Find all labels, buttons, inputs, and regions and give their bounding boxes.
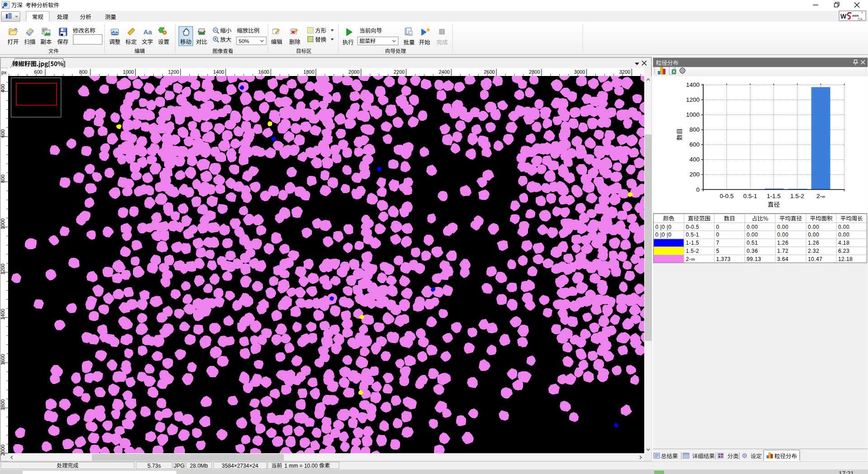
svg-text:0.00: 0.00 — [747, 232, 758, 238]
svg-text:1600: 1600 — [258, 69, 269, 75]
svg-text:0.36: 0.36 — [747, 248, 758, 254]
svg-text:400: 400 — [0, 84, 5, 92]
svg-text:600: 600 — [34, 69, 42, 75]
svg-text:12: 12 — [409, 32, 412, 36]
svg-text:800: 800 — [0, 175, 5, 183]
svg-text:1.26: 1.26 — [808, 240, 819, 246]
svg-text:0-0.5: 0-0.5 — [720, 193, 734, 199]
svg-text:0: 0 — [716, 232, 719, 238]
svg-text:6.23: 6.23 — [838, 248, 849, 254]
svg-text:1400: 1400 — [686, 81, 699, 88]
svg-text:400: 400 — [689, 156, 700, 163]
svg-text:2200: 2200 — [394, 69, 405, 75]
svg-text:3000: 3000 — [574, 69, 585, 75]
svg-text:1.5-2: 1.5-2 — [790, 193, 804, 199]
svg-text:99.13: 99.13 — [747, 256, 761, 262]
svg-text:1400: 1400 — [0, 309, 5, 320]
svg-text:2600: 2600 — [484, 69, 495, 75]
svg-text:4.18: 4.18 — [838, 240, 849, 246]
svg-text:0.00: 0.00 — [838, 224, 849, 230]
svg-text:1,373: 1,373 — [716, 256, 731, 262]
svg-text:1200: 1200 — [0, 264, 5, 275]
svg-text:1000: 1000 — [686, 111, 699, 118]
svg-text:1800: 1800 — [303, 69, 314, 75]
svg-text:7: 7 — [716, 240, 719, 246]
svg-text:600: 600 — [0, 129, 5, 137]
svg-text:2000: 2000 — [0, 445, 5, 455]
svg-text:5: 5 — [716, 248, 719, 254]
svg-text:0.00: 0.00 — [808, 232, 819, 238]
svg-text:1.5-2: 1.5-2 — [686, 248, 699, 254]
svg-text:17:21: 17:21 — [839, 470, 854, 474]
svg-text:0.5-1: 0.5-1 — [743, 193, 757, 199]
svg-text:3200: 3200 — [619, 69, 630, 75]
svg-text:een: een — [853, 14, 859, 18]
svg-text:1000: 1000 — [123, 69, 134, 75]
svg-text:5.73s: 5.73s — [147, 463, 160, 469]
svg-text:1000: 1000 — [0, 218, 5, 229]
svg-text:0.00: 0.00 — [747, 224, 758, 230]
svg-text:1600: 1600 — [0, 354, 5, 365]
svg-text:0: 0 — [696, 186, 700, 193]
svg-text:0 |0 |0: 0 |0 |0 — [656, 232, 672, 238]
svg-text:0.5-1: 0.5-1 — [686, 232, 699, 238]
svg-text:0-0.5: 0-0.5 — [686, 224, 699, 230]
svg-text:10.47: 10.47 — [808, 256, 822, 262]
svg-text:0.00: 0.00 — [777, 232, 788, 238]
svg-text:2.32: 2.32 — [808, 248, 819, 254]
svg-text:600: 600 — [689, 141, 700, 148]
svg-text:1800: 1800 — [0, 399, 5, 410]
svg-text:1200: 1200 — [686, 96, 699, 103]
svg-text:0.00: 0.00 — [838, 232, 849, 238]
svg-text:2-∞: 2-∞ — [686, 256, 695, 262]
svg-text:0 |0 |0: 0 |0 |0 — [656, 224, 672, 230]
svg-text:1 mm = 10.00: 1 mm = 10.00 — [284, 463, 318, 469]
svg-text:JPG: JPG — [174, 463, 184, 469]
svg-text:W: W — [840, 13, 847, 20]
svg-text:800: 800 — [79, 69, 87, 75]
svg-text:0.00: 0.00 — [808, 224, 819, 230]
svg-text:50%: 50% — [239, 38, 249, 44]
svg-text:1.72: 1.72 — [777, 248, 788, 254]
svg-text:2400: 2400 — [439, 69, 449, 75]
svg-text:1-1.5: 1-1.5 — [767, 193, 781, 199]
svg-text:2000: 2000 — [349, 69, 359, 75]
svg-text:Aa: Aa — [143, 28, 152, 36]
svg-text:200: 200 — [689, 171, 700, 178]
svg-text:px: px — [1, 70, 7, 75]
svg-text:28.0Mb: 28.0Mb — [190, 463, 208, 469]
svg-text:1400: 1400 — [213, 69, 224, 75]
svg-text:800: 800 — [689, 126, 700, 133]
svg-text:®: ® — [861, 11, 863, 14]
svg-text:2800: 2800 — [529, 69, 540, 75]
svg-text:0.00: 0.00 — [777, 224, 788, 230]
svg-text:12.18: 12.18 — [838, 256, 853, 262]
svg-text:1.26: 1.26 — [777, 240, 788, 246]
svg-text:3584×2734×24: 3584×2734×24 — [222, 463, 259, 469]
svg-text:1200: 1200 — [168, 69, 179, 75]
svg-text:1-1.5: 1-1.5 — [686, 240, 699, 246]
svg-text:0.51: 0.51 — [747, 240, 758, 246]
svg-text:0: 0 — [716, 224, 719, 230]
svg-text:3.64: 3.64 — [777, 256, 788, 262]
svg-text:2-∞: 2-∞ — [816, 193, 825, 199]
